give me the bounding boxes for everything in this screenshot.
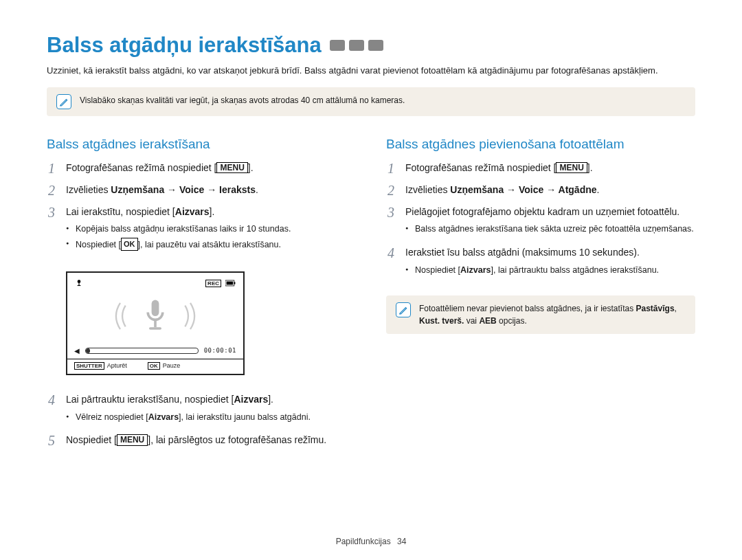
recorder-panel: REC — [66, 271, 245, 375]
svg-rect-8 — [149, 327, 161, 330]
step3-pre: Lai ierakstītu, nospiediet [ — [66, 206, 175, 217]
step-number: 1 — [386, 161, 396, 175]
mode-icon-1 — [330, 40, 345, 51]
step4-pre: Lai pārtrauktu ierakstīšanu, nospiediet … — [66, 394, 234, 405]
step-number: 3 — [386, 205, 396, 219]
right-step-3: 3 Pielāgojiet fotografējamo objektu kadr… — [386, 205, 695, 238]
left-step-4: 4 Lai pārtrauktu ierakstīšanu, nospiedie… — [47, 393, 356, 425]
menu-button-label: MENU — [117, 434, 148, 445]
menu-button-label: MENU — [216, 162, 247, 173]
note-icon — [396, 302, 411, 317]
step1-pre: Fotografēšanas režīmā nospiediet [ — [66, 162, 216, 173]
step-number: 1 — [47, 161, 56, 175]
page-title: Balss atgādņu ierakstīšana — [47, 33, 695, 58]
svg-rect-1 — [78, 283, 79, 285]
step-number: 4 — [386, 246, 396, 260]
sound-wave-left-icon — [106, 300, 134, 335]
elapsed-time: 00:00:01 — [204, 347, 236, 354]
svg-rect-2 — [78, 285, 81, 286]
step-number: 4 — [47, 393, 56, 407]
right-step-4: 4 Ierakstiet īsu balss atgādni (maksimum… — [386, 246, 695, 278]
svg-rect-6 — [152, 300, 159, 316]
step3-note2: Nospiediet [OK], lai pauzētu vai atsāktu… — [66, 238, 356, 251]
step3-bold: Aizvars — [175, 206, 210, 217]
left-step-5: 5 Nospiediet [MENU], lai pārslēgtos uz f… — [47, 434, 356, 447]
step-number: 3 — [47, 205, 56, 219]
step3-note1: Kopējais balss atgādņu ierakstīšanas lai… — [66, 223, 356, 236]
callout-text: Vislabāko skaņas kvalitāti var iegūt, ja… — [80, 94, 405, 107]
left-step-3: 3 Lai ierakstītu, nospiediet [Aizvars]. … — [47, 205, 356, 254]
pause-label: Pauze — [163, 362, 181, 369]
step5-post: ], lai pārslēgtos uz fotografēšanas režī… — [148, 434, 326, 445]
step5-pre: Nospiediet [ — [66, 434, 117, 445]
mode-icons — [330, 40, 383, 51]
stop-label: Apturēt — [107, 362, 127, 369]
left-column: Balss atgādnes ierakstīšana 1 Fotografēš… — [47, 137, 356, 447]
step4-bold: Aizvars — [234, 394, 268, 405]
svg-rect-5 — [227, 282, 234, 285]
step2-bold: Uzņemšana → Voice → Ieraksts — [111, 184, 256, 195]
right-step-2: 2 Izvēlieties Uzņemšana → Voice → Atgādn… — [386, 183, 695, 197]
mode-icon-3 — [368, 40, 383, 51]
sound-wave-right-icon — [177, 300, 204, 335]
page-footer: Papildfunkcijas 34 — [0, 537, 742, 546]
rec-label: REC — [205, 280, 221, 287]
ok-tag: OK — [148, 362, 160, 370]
right-step-1: 1 Fotografēšanas režīmā nospiediet [MENU… — [386, 161, 695, 175]
step3-post: ]. — [210, 206, 215, 217]
progress-bar — [85, 348, 199, 354]
right-column: Balss atgādnes pievienošana fotoattēlam … — [386, 137, 695, 447]
note-icon — [56, 94, 71, 109]
sound-quality-callout: Vislabāko skaņas kvalitāti var iegūt, ja… — [47, 87, 695, 116]
left-heading: Balss atgādnes ierakstīšana — [47, 137, 356, 152]
bottom-callout-text: Fotoattēliem nevar pievienot balss atgād… — [419, 302, 686, 327]
shutter-tag: SHUTTER — [74, 362, 104, 370]
intro-text: Uzziniet, kā ierakstīt balss atgādni, ko… — [47, 65, 695, 78]
step-number: 5 — [47, 434, 56, 447]
svg-rect-4 — [234, 282, 236, 284]
step1-post: ]. — [248, 162, 254, 173]
left-step-1: 1 Fotografēšanas režīmā nospiediet [MENU… — [47, 161, 356, 175]
mode-icon-2 — [349, 40, 364, 51]
step4-post: ]. — [268, 394, 273, 405]
page-title-text: Balss atgādņu ierakstīšana — [47, 33, 322, 58]
step-number: 2 — [386, 183, 396, 197]
step2-pre: Izvēlieties — [66, 184, 111, 195]
right-heading: Balss atgādnes pievienošana fotoattēlam — [386, 137, 695, 152]
footer-page-number: 34 — [397, 537, 406, 546]
footer-section: Papildfunkcijas — [336, 537, 391, 546]
progress-start-icon: ◀ — [74, 347, 80, 355]
menu-button-label: MENU — [556, 162, 587, 173]
rstep4-note: Nospiediet [Aizvars], lai pārtrauktu bal… — [405, 264, 695, 277]
svg-rect-7 — [154, 320, 157, 327]
svg-point-0 — [78, 280, 81, 283]
rstep3-note: Balss atgādnes ierakstīšana tiek sākta u… — [405, 223, 695, 236]
no-memo-callout: Fotoattēliem nevar pievienot balss atgād… — [386, 295, 695, 334]
step2-post: . — [256, 184, 258, 195]
step-number: 2 — [47, 183, 56, 197]
step4-note: Vēlreiz nospiediet [Aizvars], lai ieraks… — [66, 411, 356, 424]
left-step-2: 2 Izvēlieties Uzņemšana → Voice → Ieraks… — [47, 183, 356, 197]
microphone-icon — [141, 298, 170, 337]
battery-icon — [225, 280, 236, 288]
mic-indicator-icon — [74, 278, 84, 289]
ok-button-label: OK — [121, 238, 138, 251]
